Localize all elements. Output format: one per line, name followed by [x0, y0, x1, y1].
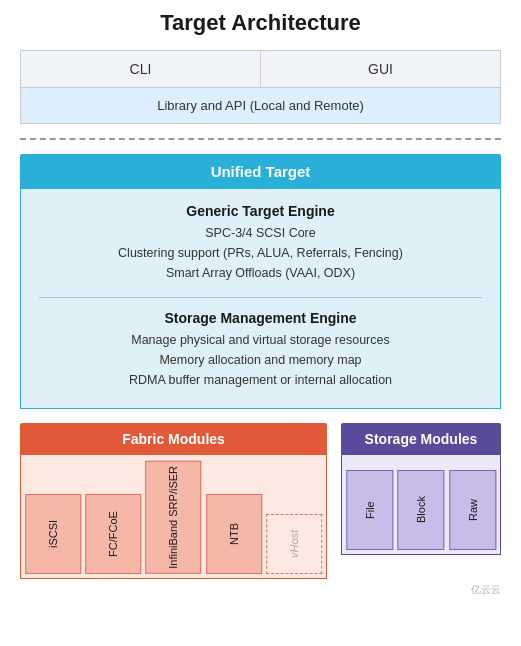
cli-cell: CLI	[21, 51, 261, 87]
storage-item-block: Block	[397, 470, 444, 550]
fabric-items-container: iSCSI FC/FCoE InfiniBand SRP/iSER NTB vH…	[20, 455, 327, 579]
sme-line-1: Manage physical and virtual storage reso…	[39, 330, 482, 350]
watermark: 亿云云	[20, 583, 501, 597]
page-wrapper: Target Architecture CLI GUI Library and …	[0, 0, 521, 617]
dashed-separator	[20, 138, 501, 140]
fabric-item-vhost: vHost	[266, 514, 322, 574]
blue-content-area: Generic Target Engine SPC-3/4 SCSI Core …	[20, 189, 501, 409]
generic-engine-text: SPC-3/4 SCSI Core Clustering support (PR…	[39, 223, 482, 283]
fabric-modules-header: Fabric Modules	[20, 423, 327, 455]
fabric-item-fcfcoe: FC/FCoE	[85, 494, 141, 574]
sme-line-3: RDMA buffer management or internal alloc…	[39, 370, 482, 390]
generic-engine-title: Generic Target Engine	[39, 203, 482, 219]
library-row: Library and API (Local and Remote)	[20, 88, 501, 124]
storage-modules-section: Storage Modules File Block Raw	[341, 423, 501, 579]
storage-modules-header: Storage Modules	[341, 423, 501, 455]
unified-target-banner: Unified Target	[20, 154, 501, 189]
storage-management-engine-block: Storage Management Engine Manage physica…	[39, 310, 482, 390]
fabric-item-infiniband: InfiniBand SRP/iSER	[145, 461, 201, 574]
engine-divider	[39, 297, 482, 298]
storage-item-file: File	[346, 470, 393, 550]
sme-line-2: Memory allocation and memory map	[39, 350, 482, 370]
page-title: Target Architecture	[20, 10, 501, 36]
modules-row: Fabric Modules iSCSI FC/FCoE InfiniBand …	[20, 423, 501, 579]
generic-line-3: Smart Array Offloads (VAAI, ODX)	[39, 263, 482, 283]
storage-items-container: File Block Raw	[341, 455, 501, 555]
storage-management-engine-text: Manage physical and virtual storage reso…	[39, 330, 482, 390]
generic-line-2: Clustering support (PRs, ALUA, Referrals…	[39, 243, 482, 263]
fabric-item-iscsi: iSCSI	[25, 494, 81, 574]
fabric-item-ntb: NTB	[206, 494, 262, 574]
gui-cell: GUI	[261, 51, 500, 87]
storage-management-engine-title: Storage Management Engine	[39, 310, 482, 326]
generic-line-1: SPC-3/4 SCSI Core	[39, 223, 482, 243]
storage-item-raw: Raw	[449, 470, 496, 550]
fabric-modules-section: Fabric Modules iSCSI FC/FCoE InfiniBand …	[20, 423, 327, 579]
generic-engine-block: Generic Target Engine SPC-3/4 SCSI Core …	[39, 203, 482, 283]
cli-gui-row: CLI GUI	[20, 50, 501, 88]
